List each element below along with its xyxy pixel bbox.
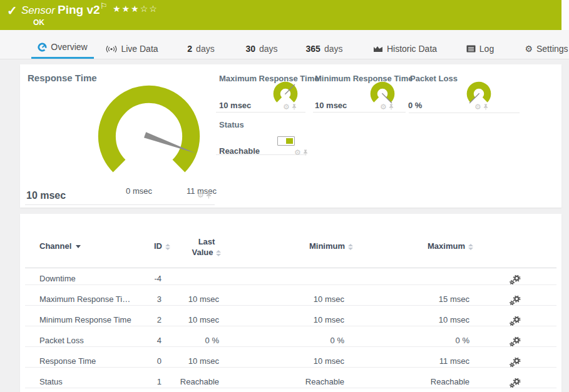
status-toggle-indicator[interactable]	[277, 136, 295, 146]
column-header-maximum[interactable]: Maximum	[407, 241, 473, 251]
tab-bar: Overview Live Data 2 days 30 days 365 da…	[0, 30, 569, 59]
widget-divider	[25, 204, 215, 205]
tab-live-data[interactable]: Live Data	[104, 39, 160, 59]
widget-settings-icon[interactable]: ⚙	[197, 191, 204, 199]
sort-icon	[216, 250, 221, 256]
gauge-icon	[38, 43, 47, 52]
column-header-channel[interactable]: Channel	[39, 241, 81, 251]
tab-log[interactable]: Log	[463, 39, 497, 59]
row-divider	[25, 388, 556, 388]
row-divider	[25, 367, 556, 368]
widget-actions: ⚙	[197, 191, 212, 199]
response-time-gauge[interactable]	[96, 83, 202, 189]
tab-label: days	[324, 44, 343, 54]
packet-loss-value: 0 %	[408, 101, 422, 110]
sort-desc-icon	[76, 245, 81, 248]
pin-icon[interactable]	[389, 104, 394, 110]
widget-settings-icon[interactable]: ⚙	[474, 103, 481, 111]
overview-panel: Response Time 0 msec 11 msec 10 msec ⚙ M…	[20, 64, 561, 208]
widget-settings-icon[interactable]: ⚙	[294, 149, 301, 156]
tab-label: days	[259, 44, 278, 54]
tab-label: Historic Data	[387, 44, 437, 54]
area-chart-icon	[373, 45, 383, 53]
flag-icon[interactable]: ⚐	[100, 1, 108, 11]
edit-channel-icon[interactable]	[510, 294, 522, 304]
column-label: Last	[198, 237, 215, 246]
widget-actions: ⚙	[474, 103, 488, 111]
tab-365-days[interactable]: 365 days	[304, 39, 345, 59]
widget-actions: ⚙	[294, 149, 308, 156]
column-label: ID	[154, 241, 162, 251]
tab-label: Settings	[536, 44, 568, 54]
pin-icon[interactable]	[483, 104, 488, 110]
priority-stars[interactable]: ★★★☆☆	[113, 4, 158, 14]
widget-settings-icon[interactable]: ⚙	[380, 103, 387, 111]
column-label: Channel	[39, 241, 71, 251]
widget-divider	[216, 112, 305, 113]
pin-icon[interactable]	[292, 104, 297, 110]
tab-overview[interactable]: Overview	[31, 37, 94, 59]
tab-label: Overview	[51, 42, 87, 52]
sensor-header: ✓ Sensor Ping v2 ⚐ ★★★☆☆ OK	[0, 0, 561, 30]
tab-number: 365	[306, 44, 320, 54]
column-header-last-value[interactable]: Last Value	[178, 236, 235, 258]
sort-icon	[468, 244, 473, 250]
live-data-icon	[106, 45, 117, 53]
channels-table: Channel ID Last Value Minimum Maximum Do…	[20, 214, 561, 392]
max-response-title: Maximum Response Time	[219, 74, 319, 83]
sort-icon	[348, 244, 353, 250]
widget-divider	[313, 112, 406, 113]
row-divider	[25, 284, 556, 285]
tab-label: Live Data	[121, 44, 158, 54]
min-response-title: Minimum Response Time	[315, 74, 413, 83]
column-header-minimum[interactable]: Minimum	[287, 241, 353, 251]
edit-channel-icon[interactable]	[510, 315, 522, 325]
sensor-status-text: OK	[33, 18, 44, 27]
sensor-type-label: Sensor	[21, 4, 55, 17]
packet-loss-title: Packet Loss	[410, 74, 458, 83]
row-divider	[25, 346, 556, 347]
column-label: Maximum	[428, 241, 465, 251]
widget-divider	[409, 113, 520, 113]
sensor-name: Ping v2	[58, 3, 100, 17]
max-response-value: 10 msec	[219, 101, 251, 110]
tab-historic-data[interactable]: Historic Data	[372, 39, 438, 59]
edit-channel-icon[interactable]	[510, 377, 522, 387]
pin-icon[interactable]	[206, 191, 212, 199]
tab-number: 30	[245, 44, 255, 54]
column-label: Value	[192, 248, 213, 257]
response-time-value: 10 msec	[26, 190, 66, 201]
tab-2-days[interactable]: 2 days	[183, 39, 218, 59]
status-check-icon: ✓	[7, 3, 18, 18]
column-header-id[interactable]: ID	[114, 241, 170, 251]
edit-channel-icon[interactable]	[510, 336, 522, 346]
widget-actions: ⚙	[380, 103, 394, 111]
tab-number: 2	[187, 44, 192, 54]
gauge-min-label: 0 msec	[120, 186, 158, 196]
widget-settings-icon[interactable]: ⚙	[283, 103, 290, 111]
table-header-divider	[25, 268, 556, 268]
column-label: Minimum	[309, 241, 345, 251]
widget-actions: ⚙	[283, 103, 297, 111]
status-title: Status	[219, 120, 244, 129]
widget-divider	[216, 154, 307, 155]
response-time-title: Response Time	[28, 73, 97, 83]
row-divider	[25, 326, 556, 326]
log-icon	[466, 45, 476, 53]
edit-channel-icon[interactable]	[510, 356, 522, 366]
prtg-sensor-page: ✓ Sensor Ping v2 ⚐ ★★★☆☆ OK Overview Liv…	[0, 0, 569, 392]
toggle-knob	[286, 138, 293, 144]
min-response-value: 10 msec	[315, 101, 347, 110]
sort-icon	[165, 244, 170, 250]
tab-label: Log	[479, 44, 494, 54]
tab-30-days[interactable]: 30 days	[243, 39, 280, 59]
row-divider	[25, 305, 556, 306]
edit-channel-icon[interactable]	[510, 274, 522, 284]
tab-settings[interactable]: ⚙ Settings	[522, 39, 569, 59]
tab-label: days	[196, 44, 215, 54]
gear-icon: ⚙	[525, 44, 533, 53]
